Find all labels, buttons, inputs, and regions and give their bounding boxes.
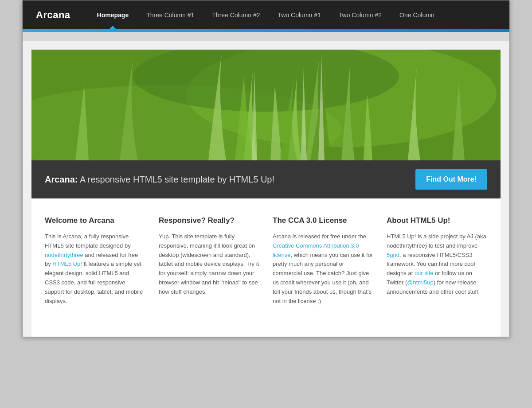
nav-item-three-col-1[interactable]: Three Column #1 bbox=[137, 0, 203, 29]
content-section: Welcome to Arcana This is Arcana, a full… bbox=[31, 198, 501, 323]
cc-license-link[interactable]: Creative Commons Attribution 3.0 license bbox=[273, 242, 359, 258]
hero-image bbox=[31, 50, 501, 160]
hero-title: Arcana: bbox=[45, 175, 78, 184]
hero-grass-svg bbox=[31, 50, 501, 160]
col3-title: The CCA 3.0 License bbox=[273, 216, 373, 225]
hero-text: Arcana: A responsive HTML5 site template… bbox=[45, 175, 274, 185]
find-out-more-button[interactable]: Find Out More! bbox=[415, 169, 487, 190]
col1-body: This is Arcana, a fully responsive HTML5… bbox=[45, 232, 145, 306]
col2-body: Yup. This site template is fully respons… bbox=[159, 232, 259, 297]
content-col-license: The CCA 3.0 License Arcana is released f… bbox=[273, 216, 373, 306]
5grid-link[interactable]: 5grid bbox=[387, 252, 399, 258]
our-site-link[interactable]: our site bbox=[415, 270, 434, 276]
site-nav: Homepage Three Column #1 Three Column #2… bbox=[88, 0, 496, 29]
page-bottom bbox=[31, 323, 501, 337]
site-header: Arcana Homepage Three Column #1 Three Co… bbox=[23, 0, 509, 29]
nav-item-three-col-2[interactable]: Three Column #2 bbox=[203, 0, 269, 29]
nav-item-two-col-1[interactable]: Two Column #1 bbox=[269, 0, 330, 29]
html5up-link[interactable]: HTML5 Up! bbox=[52, 260, 82, 267]
content-col-welcome: Welcome to Arcana This is Arcana, a full… bbox=[45, 216, 145, 306]
nav-item-one-col[interactable]: One Column bbox=[391, 0, 443, 29]
col1-title: Welcome to Arcana bbox=[45, 216, 145, 225]
nodethirtythree-link[interactable]: nodethirtythree bbox=[45, 252, 83, 258]
content-col-responsive: Responsive? Really? Yup. This site templ… bbox=[159, 216, 259, 306]
html5up-twitter-link[interactable]: @html5up bbox=[407, 279, 433, 286]
col3-body: Arcana is released for free under the Cr… bbox=[273, 232, 373, 306]
hero-section: Arcana: A responsive HTML5 site template… bbox=[31, 50, 501, 198]
col4-title: About HTML5 Up! bbox=[387, 216, 487, 225]
col2-title: Responsive? Really? bbox=[159, 216, 259, 225]
nav-item-two-col-2[interactable]: Two Column #2 bbox=[330, 0, 391, 29]
site-logo: Arcana bbox=[36, 9, 70, 21]
hero-caption: Arcana: A responsive HTML5 site template… bbox=[31, 160, 501, 198]
content-col-about: About HTML5 Up! HTML5 Up! is a side proj… bbox=[387, 216, 487, 306]
sub-bar bbox=[23, 32, 509, 41]
col4-body: HTML5 Up! is a side project by AJ (aka n… bbox=[387, 232, 487, 297]
nav-item-homepage[interactable]: Homepage bbox=[88, 0, 138, 29]
page-wrapper: Arcana Homepage Three Column #1 Three Co… bbox=[22, 0, 510, 337]
hero-subtitle: A responsive HTML5 site template by HTML… bbox=[80, 175, 274, 184]
